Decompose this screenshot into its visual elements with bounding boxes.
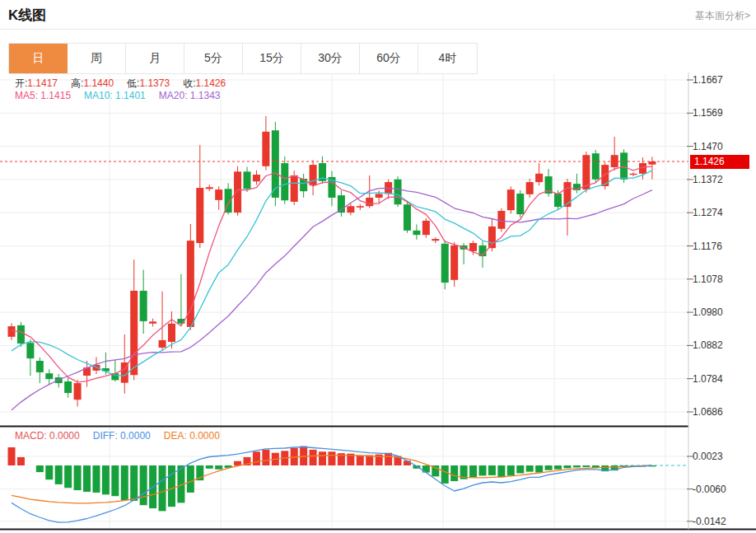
kline-chart-canvas: [0, 72, 756, 531]
fundamental-analysis-link[interactable]: 基本面分析>: [695, 9, 750, 23]
candle-body: [516, 194, 524, 214]
macd-bar: [36, 465, 44, 472]
macd-bar: [357, 456, 364, 465]
macd-bar: [130, 465, 138, 501]
macd-bar: [469, 465, 477, 477]
price-axis-label: 1.0882: [693, 339, 754, 352]
macd-bar: [441, 465, 449, 484]
macd-legend: MACD: 0.0000 DIFF: 0.0000 DEA: 0.0000: [15, 430, 220, 442]
dea-value: DEA: 0.0000: [164, 430, 220, 442]
candle-body: [149, 321, 156, 323]
macd-bar: [479, 465, 487, 475]
macd-bar: [582, 465, 590, 467]
macd-bar: [516, 465, 524, 474]
price-axis-label: 1.0980: [693, 306, 754, 319]
header-divider: [0, 29, 756, 30]
ma10-value: MA10: 1.1401: [84, 90, 146, 101]
macd-value: MACD: 0.0000: [15, 430, 80, 442]
candle-body: [535, 174, 543, 182]
tab-day[interactable]: 日: [9, 44, 68, 73]
kline-page: K线图 基本面分析> 日 周 月 5分 15分 30分 60分 4时 开:1.1…: [0, 0, 756, 533]
macd-bar: [497, 465, 505, 477]
candle-body: [366, 198, 373, 206]
macd-bar: [215, 465, 222, 470]
candle-body: [394, 180, 402, 204]
macd-bar: [319, 451, 326, 465]
candle-body: [244, 171, 251, 189]
page-title: K线图: [8, 6, 46, 25]
candle-body: [74, 383, 82, 400]
macd-bar: [17, 457, 25, 465]
macd-bar: [366, 456, 373, 465]
macd-bar: [102, 465, 110, 494]
macd-bar: [74, 465, 82, 490]
macd-bar: [8, 447, 16, 465]
candle-body: [36, 361, 44, 372]
macd-bar: [554, 465, 562, 470]
ma20-value: MA20: 1.1343: [159, 90, 221, 101]
macd-bar: [187, 465, 194, 493]
candle-body: [64, 381, 72, 393]
chart-area[interactable]: 开:1.1417 高:1.1440 低:1.1373 收:1.1426 MA5:…: [0, 72, 756, 533]
price-axis-label: 1.1078: [693, 273, 754, 286]
macd-bar: [111, 465, 119, 496]
candle-body: [432, 239, 439, 241]
macd-bar: [45, 465, 53, 479]
macd-bar: [121, 465, 128, 500]
macd-axis-label: 0.0023: [693, 450, 754, 463]
macd-bar: [507, 465, 515, 475]
macd-bar: [422, 465, 430, 473]
macd-bar: [140, 465, 147, 505]
diff-value: DIFF: 0.0000: [93, 430, 151, 442]
low-value: 低:1.1373: [127, 77, 170, 91]
tab-30min[interactable]: 30分: [301, 44, 360, 73]
candle-body: [357, 206, 364, 208]
price-axis-label: 1.1176: [693, 240, 754, 253]
price-axis-label: 1.1470: [693, 140, 754, 153]
macd-axis-label: -0.0142: [693, 515, 754, 528]
macd-axis-label: -0.0060: [693, 483, 754, 496]
current-price-badge: 1.1426: [690, 155, 749, 169]
macd-bar: [262, 450, 269, 465]
tab-month[interactable]: 月: [126, 44, 184, 73]
tab-5min[interactable]: 5分: [184, 44, 243, 73]
tab-week[interactable]: 周: [68, 44, 126, 73]
candle-body: [648, 161, 656, 165]
candle-body: [45, 373, 53, 379]
candle-body: [376, 194, 383, 198]
candle-body: [196, 188, 203, 243]
candle-body: [234, 171, 241, 213]
price-axis-label: 1.1667: [693, 73, 754, 86]
candle-body: [310, 165, 317, 185]
close-value: 收:1.1426: [183, 77, 226, 91]
candle-body: [404, 204, 411, 231]
candle-body: [413, 231, 420, 235]
tab-4hour[interactable]: 4时: [418, 44, 477, 73]
macd-bar: [526, 465, 534, 472]
candle-body: [8, 326, 16, 337]
price-axis-label: 1.1274: [693, 206, 754, 219]
macd-bar: [83, 465, 91, 492]
candle-body: [253, 175, 260, 181]
candle-body: [620, 152, 628, 179]
macd-bar: [55, 465, 63, 484]
macd-bar: [64, 465, 72, 488]
macd-bar: [488, 465, 496, 475]
tab-60min[interactable]: 60分: [360, 44, 418, 73]
tab-15min[interactable]: 15分: [243, 44, 301, 73]
high-value: 高:1.1440: [71, 77, 114, 91]
ma-legend: MA5: 1.1415 MA10: 1.1401 MA20: 1.1343: [15, 90, 221, 101]
macd-bar: [563, 465, 571, 468]
candle-body: [291, 175, 298, 202]
price-axis-label: 1.0784: [693, 372, 754, 386]
candle-body: [526, 182, 534, 194]
candle-body: [206, 187, 213, 189]
macd-bar: [159, 465, 166, 511]
macd-bar: [545, 465, 553, 470]
candle-body: [262, 132, 269, 166]
candle-body: [441, 244, 449, 283]
candle-body: [347, 206, 354, 213]
candle-body: [450, 245, 458, 280]
ohlc-legend: 开:1.1417 高:1.1440 低:1.1373 收:1.1426: [15, 77, 226, 91]
candle-body: [168, 324, 175, 342]
